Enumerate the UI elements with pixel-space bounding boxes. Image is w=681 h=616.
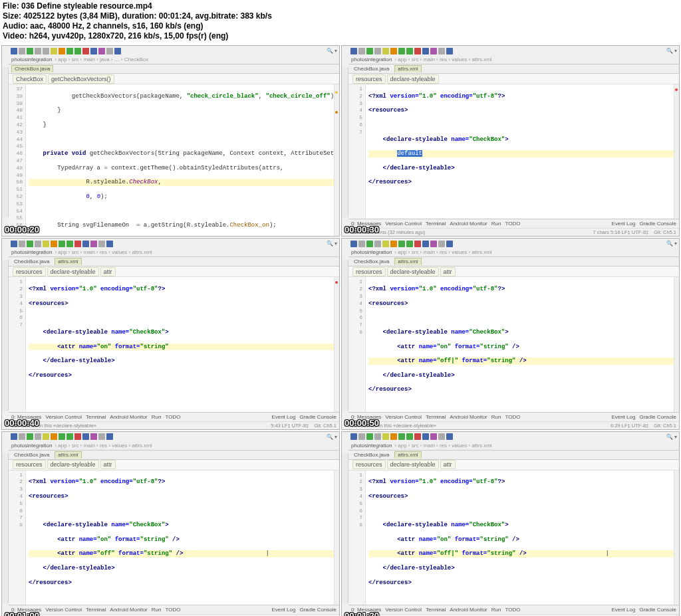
frame-6: 🔍 ▾ photosintegration› app › src › main … [341,431,680,616]
main-toolbar[interactable]: 🔍 ▾ [348,46,679,55]
debug-icon[interactable] [74,48,81,54]
bc-method[interactable]: getCheckBoxVectors() [48,74,114,84]
code-body[interactable]: getCheckBoxVectors(packageName, "check_c… [26,84,339,237]
undo-icon[interactable] [35,48,41,54]
error-stripe [334,84,339,237]
avd-icon[interactable] [90,48,97,54]
frame-2: 🔍 ▾ photosintegration› app › src › main … [341,45,680,237]
line-gutter: 1234567 [348,84,366,219]
cut-icon[interactable] [51,48,57,54]
main-toolbar[interactable]: 🔍 ▾ [9,239,339,248]
editor-tabs[interactable]: CheckBox.java attrs.xml [348,64,679,74]
audio-line: Audio: aac, 48000 Hz, 2 channels, s16, 1… [3,21,678,31]
tab-checkbox-java[interactable]: CheckBox.java [11,65,53,72]
project-name[interactable]: photosintegration [11,56,52,62]
size-line: Size: 4025122 bytes (3,84 MiB), duration… [3,11,678,21]
main-toolbar[interactable]: 🔍 ▾ [9,46,339,55]
help-icon[interactable] [114,48,121,54]
code-breadcrumb[interactable]: CheckBox getCheckBoxVectors() [9,74,339,84]
code-editor[interactable]: 12345678 <?xml version="1.0" encoding="u… [348,277,679,411]
bc-class[interactable]: CheckBox [13,74,47,84]
nav-breadcrumb: photosintegration› app › src › main › re… [348,55,679,64]
run-icon[interactable] [67,48,73,54]
file-line: File: 036 Define styleable resource.mp4 [3,1,678,11]
code-breadcrumb[interactable]: resources declare-styleable [348,74,679,84]
frame-3: 🔍 ▾ photosintegration› app › src › main … [1,238,340,429]
left-gutter-strip [2,67,9,217]
code-body[interactable]: <?xml version="1.0" encoding="utf-8"?> <… [366,84,679,219]
line-gutter: 3738394041424344454647484950515253545556… [9,84,26,237]
code-editor[interactable]: 12345678 <?xml version="1.0" encoding="u… [348,470,679,605]
frame-timestamp: 00:00:30 [344,225,379,235]
frame-timestamp: 00:00:20 [5,225,39,235]
settings-icon[interactable] [106,48,113,54]
frame-5: 🔍 ▾ photosintegration› app › src › main … [1,431,340,616]
error-stripe [674,84,679,219]
code-editor[interactable]: 1234567 <?xml version="1.0" encoding="ut… [9,277,339,411]
search-icon[interactable]: 🔍 ▾ [327,48,337,54]
save-icon[interactable] [19,48,25,54]
stop-icon[interactable] [82,48,89,54]
editor-tabs[interactable]: CheckBox.java [9,64,339,74]
frame-4: 🔍 ▾ photosintegration› app › src › main … [341,238,680,429]
thumbnail-grid: 🔍 ▾ photosintegration › app › src › main… [0,44,681,616]
sdk-icon[interactable] [98,48,105,54]
code-editor[interactable]: 12345678 <?xml version="1.0" encoding="u… [9,470,339,605]
open-icon[interactable] [11,48,17,54]
frame-1: 🔍 ▾ photosintegration › app › src › main… [1,45,340,237]
code-editor[interactable]: 1234567 <?xml version="1.0" encoding="ut… [348,84,679,219]
copy-icon[interactable] [59,48,65,54]
left-gutter-strip [2,260,9,410]
redo-icon[interactable] [43,48,49,54]
tool-window-bar[interactable]: 0: MessagesVersion ControlTerminalAndroi… [348,219,679,228]
status-bar: am in 5s 794ms (32 minutes ago) 7 chars … [348,228,679,236]
video-line: Video: h264, yuv420p, 1280x720, 216 kb/s… [3,31,678,41]
sync-icon[interactable] [27,48,33,54]
search-icon[interactable]: 🔍 ▾ [666,48,677,54]
left-gutter-strip [342,67,348,217]
open-icon[interactable] [350,48,357,54]
nav-breadcrumb: photosintegration › app › src › main › j… [9,55,339,64]
tab-attrs-xml[interactable]: attrs.xml [394,65,421,72]
media-info-header: File: 036 Define styleable resource.mp4 … [0,0,681,44]
code-editor[interactable]: 3738394041424344454647484950515253545556… [9,84,339,237]
